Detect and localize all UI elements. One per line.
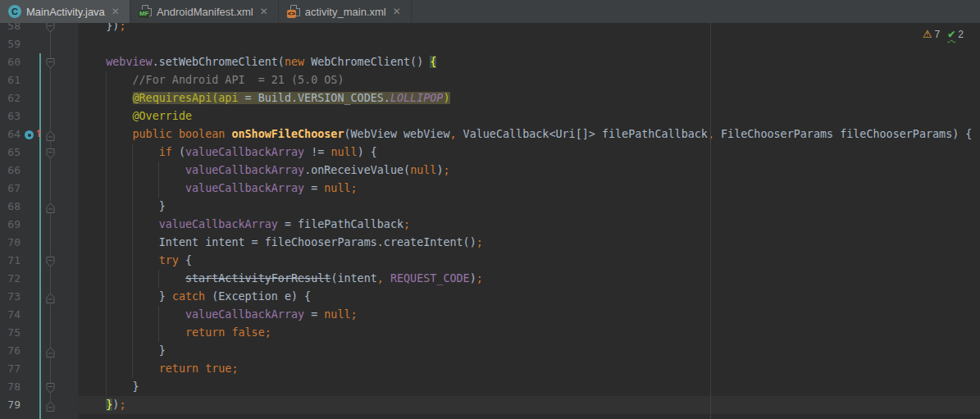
token: }): [80, 23, 119, 32]
fold-marker-start[interactable]: [46, 23, 55, 32]
token: .onReceiveValue(: [304, 164, 410, 176]
token: (WebView webView: [344, 128, 450, 140]
code-text: startActivityForResult(intent, REQUEST_C…: [78, 270, 980, 288]
code-line-79[interactable]: 79 });: [0, 396, 980, 414]
code-text: valueCallbackArray = filePathCallback;: [78, 216, 980, 234]
gutter-line-67[interactable]: 67: [0, 180, 78, 198]
gutter-line-79[interactable]: 79: [0, 396, 78, 414]
token: //For Android API = 21 (5.0 OS): [133, 74, 344, 86]
code-line-78[interactable]: 78 }: [0, 378, 980, 396]
token: ;: [403, 218, 410, 230]
ide-window: C MainActivity.java ✕ MF AndroidManifest…: [0, 0, 980, 419]
code-text: }: [78, 198, 980, 216]
inspection-widget[interactable]: ⚠ 7 ✔ 2: [923, 29, 969, 40]
tab-androidmanifest-xml[interactable]: MF AndroidManifest.xml ✕: [130, 0, 279, 23]
token: valueCallbackArray: [159, 218, 278, 230]
code-line-62[interactable]: 62 @RequiresApi(api = Build.VERSION_CODE…: [0, 89, 980, 107]
code-line-61[interactable]: 61 //For Android API = 21 (5.0 OS): [0, 71, 980, 89]
code-text: valueCallbackArray.onReceiveValue(null);: [78, 162, 980, 180]
tab-mainactivity-java[interactable]: C MainActivity.java ✕: [0, 0, 130, 23]
fold-marker-end[interactable]: [46, 400, 55, 411]
gutter-line-66[interactable]: 66: [0, 162, 78, 180]
fold-marker-end[interactable]: [46, 202, 55, 212]
code-line-67[interactable]: 67 valueCallbackArray = null;: [0, 180, 980, 198]
gutter-line-58[interactable]: 58: [0, 23, 78, 35]
code-text: });: [78, 23, 980, 35]
fold-marker-start[interactable]: [46, 148, 55, 158]
gutter-line-73[interactable]: 73: [0, 288, 78, 306]
gutter-line-74[interactable]: 74: [0, 306, 78, 324]
gutter-line-65[interactable]: 65: [0, 143, 78, 162]
gutter-line-59[interactable]: 59: [0, 35, 78, 53]
close-icon[interactable]: ✕: [258, 5, 270, 18]
close-icon[interactable]: ✕: [391, 5, 403, 18]
gutter-line-63[interactable]: 63: [0, 107, 78, 125]
code-line-59[interactable]: 59: [0, 35, 980, 53]
code-line-77[interactable]: 77 return true;: [0, 360, 980, 378]
code-line-65[interactable]: 65 if (valueCallbackArray != null) {: [0, 143, 980, 162]
code-line-66[interactable]: 66 valueCallbackArray.onReceiveValue(nul…: [0, 162, 980, 180]
line-number: 61: [0, 71, 21, 89]
line-number: 58: [0, 23, 21, 35]
token: ,: [377, 272, 384, 285]
token: [80, 146, 159, 158]
gutter-line-64[interactable]: 64↑: [0, 125, 78, 143]
token: null: [410, 164, 436, 176]
tab-label: MainActivity.java: [26, 6, 105, 18]
line-number: 73: [0, 288, 21, 306]
code-line-74[interactable]: 74 valueCallbackArray = null;: [0, 306, 980, 324]
gutter-line-77[interactable]: 77: [0, 360, 78, 378]
code-line-75[interactable]: 75 return false;: [0, 324, 980, 342]
fold-marker-start[interactable]: [46, 57, 55, 68]
fold-marker-start[interactable]: [46, 382, 55, 393]
gutter-line-75[interactable]: 75: [0, 324, 78, 342]
line-number: 75: [0, 324, 21, 342]
fold-marker-start[interactable]: [46, 256, 55, 266]
code-line-68[interactable]: 68 }: [0, 198, 980, 216]
token: @RequiresApi(api: [133, 92, 239, 104]
code-line-69[interactable]: 69 valueCallbackArray = filePathCallback…: [0, 216, 980, 234]
line-number: 68: [0, 198, 21, 216]
line-number: 62: [0, 89, 21, 107]
token: null: [324, 308, 350, 321]
line-number: 63: [0, 107, 21, 125]
code-line-73[interactable]: 73 } catch (Exception e) {: [0, 288, 980, 306]
code-line-58[interactable]: 58 });: [0, 23, 980, 35]
code-line-71[interactable]: 71 try {: [0, 252, 980, 270]
override-method-icon[interactable]: ↑: [25, 130, 43, 140]
gutter-line-62[interactable]: 62: [0, 89, 78, 107]
gutter-line-61[interactable]: 61: [0, 71, 78, 89]
token: catch: [172, 290, 205, 303]
gutter-line-70[interactable]: 70: [0, 234, 78, 252]
token: [80, 182, 185, 194]
gutter-line-72[interactable]: 72: [0, 270, 78, 288]
token: (intent: [330, 272, 376, 285]
gutter-line-78[interactable]: 78: [0, 378, 78, 396]
tab-activity-main-xml[interactable]: <> activity_main.xml ✕: [279, 0, 412, 23]
token: = filePathCallback: [278, 218, 403, 230]
fold-marker-end[interactable]: [46, 130, 55, 140]
gutter-line-69[interactable]: 69: [0, 216, 78, 234]
code-line-72[interactable]: 72 startActivityForResult(intent, REQUES…: [0, 270, 980, 288]
code-line-60[interactable]: 60 webview.setWebChromeClient(new WebChr…: [0, 53, 980, 71]
token: boolean: [179, 128, 225, 140]
gutter-line-76[interactable]: 76: [0, 342, 78, 360]
token: return true: [159, 362, 232, 375]
code-line-63[interactable]: 63 @Override: [0, 107, 980, 125]
token: ValueCallback<Uri[]> filePathCallback: [457, 128, 708, 140]
fold-marker-end[interactable]: [46, 292, 55, 303]
gutter-line-71[interactable]: 71: [0, 252, 78, 270]
code-line-76[interactable]: 76 }: [0, 342, 980, 360]
warning-count: 7: [935, 29, 941, 40]
gutter-line-60[interactable]: 60: [0, 53, 78, 71]
line-number: 69: [0, 216, 21, 234]
close-icon[interactable]: ✕: [110, 5, 121, 18]
token: startActivityForResult: [185, 272, 330, 285]
gutter-line-68[interactable]: 68: [0, 198, 78, 216]
code-line-70[interactable]: 70 Intent intent = fileChooserParams.cre…: [0, 234, 980, 252]
token: FileChooserParams fileChooserParams) {: [714, 128, 972, 140]
code-editor[interactable]: 58 });5960 webview.setWebChromeClient(ne…: [0, 23, 980, 419]
code-line-64[interactable]: 64↑ public boolean onShowFileChooser(Web…: [0, 125, 980, 143]
fold-marker-end[interactable]: [46, 346, 55, 357]
code-rows: 58 });5960 webview.setWebChromeClient(ne…: [0, 23, 980, 414]
